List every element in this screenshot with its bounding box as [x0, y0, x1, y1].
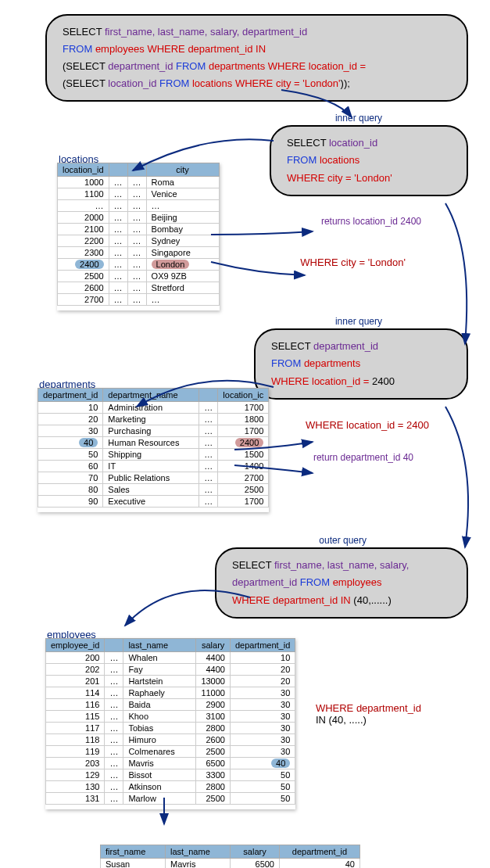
cell-location-id: 2000 [58, 212, 109, 224]
annot-where-dept: WHERE department_id [316, 702, 421, 714]
col-department-id: department_id [230, 639, 295, 652]
cell-emp-dept: 40 [230, 758, 295, 769]
result-table: first_name last_name salary department_i… [100, 845, 360, 868]
col-location-id: location_id [58, 163, 109, 177]
sql-keyword: SELECT [271, 340, 313, 352]
cell-city: … [146, 200, 219, 212]
col-first-name: first_name [101, 845, 166, 859]
sql-table: employees [95, 43, 147, 55]
sql-keyword: SELECT [66, 77, 108, 89]
sql-keyword: WHERE [147, 43, 188, 55]
cell-last-name: Khoo [123, 711, 196, 723]
cell-dept-id: 10 [38, 402, 103, 414]
annot-returns-department: return department_id 40 [313, 452, 413, 463]
sql-condition: city = 'London' [327, 172, 392, 184]
col-department-id: department_id [38, 389, 103, 402]
cell-emp-id: 118 [46, 734, 105, 746]
locations-table: location_id city 1000……Roma1100……Venice…… [57, 163, 220, 306]
cell-location-id: 2700 [58, 294, 109, 306]
cell-emp-id: 203 [46, 758, 105, 769]
departments-table: department_iddepartment_name location_ic… [38, 388, 269, 508]
cell-first-name: Susan [101, 859, 166, 868]
cell-emp-dept: 30 [230, 723, 295, 734]
cell-dept-loc: 2500 [218, 484, 269, 496]
cell-salary: 3300 [196, 769, 231, 781]
cell-location-id: 1000 [58, 177, 109, 188]
cell-city: … [146, 294, 219, 306]
cell-last-name: Himuro [123, 734, 196, 746]
col-employee-id: employee_id [46, 639, 105, 652]
col-city: city [146, 163, 219, 177]
locations-table-wrap: location_id city 1000……Roma1100……Venice…… [57, 163, 220, 310]
sql-columns: first_name, last_name, salary, departmen… [105, 26, 307, 38]
sql-keyword: FROM [271, 357, 304, 369]
cell-last-name: Tobias [123, 723, 196, 734]
cell-dept-name: Executive [103, 496, 199, 508]
cell-emp-dept: 30 [230, 746, 295, 758]
sql-condition: department_id IN [273, 594, 353, 606]
col-department-id: department_id [280, 845, 360, 859]
cell-salary: 2500 [196, 746, 231, 758]
inner-query-label: inner query [335, 316, 382, 327]
cell-emp-id: 116 [46, 699, 105, 711]
annot-where-dept-in: IN (40, .....) [316, 714, 421, 726]
cell-dept-loc: 1700 [218, 496, 269, 508]
sql-keyword: FROM [287, 154, 320, 166]
cell-salary: 6500 [231, 859, 280, 868]
cell-dept-id: 40 [38, 437, 103, 449]
cell-city: Singapore [146, 247, 219, 259]
cell-dept-name: Administration [103, 402, 199, 414]
sql-keyword: WHERE [235, 77, 276, 89]
sql-keyword: WHERE [268, 60, 309, 72]
cell-dept-name: Sales [103, 484, 199, 496]
cell-city: London [146, 259, 219, 271]
cell-city: Bombay [146, 224, 219, 235]
cell-city: Stretford [146, 282, 219, 294]
paren: )); [341, 77, 350, 89]
cell-city: Roma [146, 177, 219, 188]
sql-columns: department_id [232, 576, 300, 588]
sql-value: (40,......) [353, 594, 391, 606]
sql-table: departments [304, 357, 360, 369]
cell-last-name: Mavris [166, 859, 231, 868]
cell-last-name: Hartstein [123, 676, 196, 687]
cell-dept-id: 30 [38, 425, 103, 437]
cell-emp-id: 117 [46, 723, 105, 734]
col-salary: salary [231, 845, 280, 859]
cell-salary: 3100 [196, 711, 231, 723]
outer-query-label: outer query [319, 535, 367, 546]
cell-dept-name: Marketing [103, 414, 199, 425]
cell-emp-dept: 30 [230, 687, 295, 699]
cell-emp-dept: 50 [230, 793, 295, 805]
cell-dept-id: 20 [38, 414, 103, 425]
cell-city: Sydney [146, 235, 219, 247]
cell-emp-dept: 30 [230, 699, 295, 711]
sql-keyword: WHERE [271, 375, 312, 387]
cell-last-name: Mavris [123, 758, 196, 769]
col-last-name: last_name [123, 639, 196, 652]
cell-dept-name: Purchasing [103, 425, 199, 437]
sql-condition: location_id = [312, 375, 372, 387]
inner-query-1-box: SELECT location_id FROM locations WHERE … [270, 125, 468, 195]
cell-city: Venice [146, 188, 219, 200]
sql-keyword: SELECT [232, 559, 274, 571]
cell-emp-id: 114 [46, 687, 105, 699]
cell-emp-id: 129 [46, 769, 105, 781]
sql-keyword: SELECT [287, 137, 329, 149]
cell-dept-loc: 2700 [218, 472, 269, 484]
col-department-name: department_name [103, 389, 199, 402]
cell-dept-loc: 1400 [218, 461, 269, 472]
cell-dept-id: 60 [38, 461, 103, 472]
cell-emp-dept: 20 [230, 676, 295, 687]
cell-salary: 13000 [196, 676, 231, 687]
cell-salary: 2900 [196, 699, 231, 711]
main-sql-box: SELECT first_name, last_name, salary, de… [45, 14, 468, 102]
cell-salary: 11000 [196, 687, 231, 699]
sql-table: locations [320, 154, 359, 166]
cell-dept-loc: 1500 [218, 449, 269, 461]
sql-columns: first_name, last_name, salary, [274, 559, 409, 571]
sql-value: 2400 [372, 375, 395, 387]
cell-location-id: 1100 [58, 188, 109, 200]
sql-columns: department_id [313, 340, 378, 352]
sql-columns: department_id [108, 60, 176, 72]
